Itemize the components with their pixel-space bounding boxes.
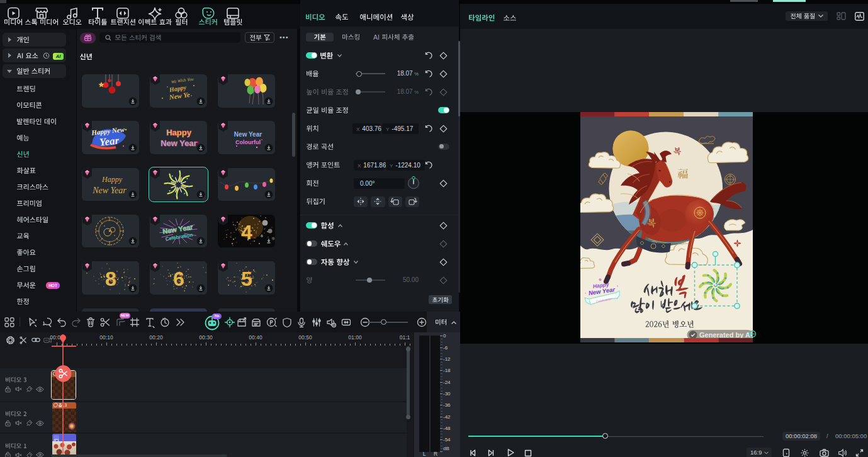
svg-text:New Year: New Year (92, 186, 127, 195)
svg-text:8: 8 (105, 268, 116, 290)
svg-text:Happy: Happy (101, 175, 123, 184)
svg-text:Year: Year (99, 135, 120, 149)
svg-text:4: 4 (241, 221, 252, 244)
svg-text:5: 5 (241, 268, 252, 290)
svg-text:Colourful: Colourful (235, 139, 261, 145)
svg-text:We Wish You: We Wish You (171, 77, 194, 85)
svg-text:Generated by AI: Generated by AI (699, 331, 752, 339)
svg-text:New Year: New Year (161, 138, 197, 148)
svg-text:New Year: New Year (234, 131, 262, 138)
svg-text:6: 6 (173, 268, 184, 290)
svg-text:Happy: Happy (166, 128, 192, 137)
